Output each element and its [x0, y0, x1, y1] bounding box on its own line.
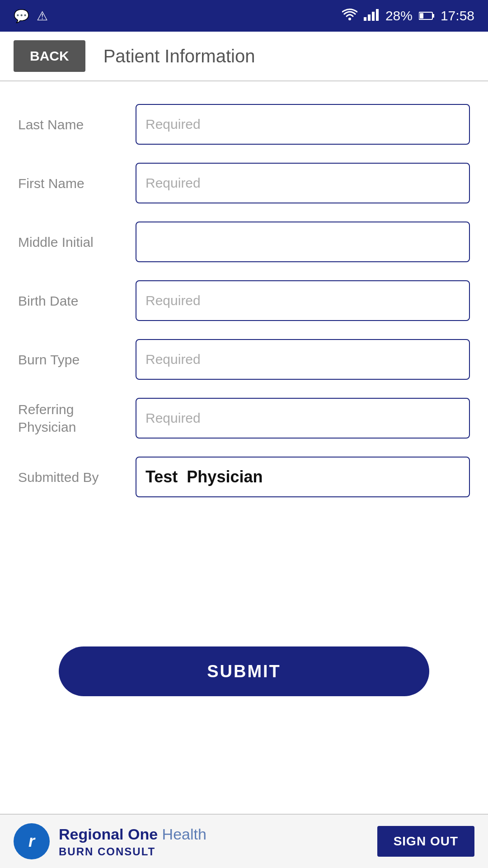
- submit-button[interactable]: SUBMIT: [59, 646, 429, 696]
- footer: r Regional One Health BURN CONSULT SIGN …: [0, 814, 488, 868]
- middle-initial-row: Middle Initial: [18, 212, 470, 271]
- page-title: Patient Information: [103, 46, 255, 66]
- burn-type-label: Burn Type: [18, 351, 122, 368]
- top-bar: BACK Patient Information: [0, 32, 488, 81]
- last-name-row: Last Name: [18, 95, 470, 154]
- footer-logo: r: [14, 823, 50, 859]
- logo-letter: r: [28, 832, 35, 851]
- battery-icon: [419, 8, 434, 24]
- burn-type-row: Burn Type: [18, 330, 470, 389]
- brand-light: Health: [158, 826, 206, 843]
- svg-rect-1: [364, 17, 366, 21]
- svg-point-0: [348, 18, 351, 20]
- brand-bold: Regional One: [59, 826, 158, 843]
- alert-icon: ⚠: [37, 9, 48, 24]
- birth-date-input[interactable]: [136, 280, 470, 321]
- svg-rect-2: [368, 14, 371, 21]
- status-bar-right: 28% 17:58: [342, 8, 474, 24]
- last-name-label: Last Name: [18, 116, 122, 133]
- svg-rect-3: [372, 12, 375, 21]
- spacer: [0, 705, 488, 814]
- middle-initial-input[interactable]: [136, 222, 470, 262]
- burn-type-input[interactable]: [136, 339, 470, 380]
- first-name-row: First Name: [18, 154, 470, 212]
- birth-date-label: Birth Date: [18, 292, 122, 310]
- battery-percentage: 28%: [385, 8, 413, 24]
- first-name-input[interactable]: [136, 163, 470, 203]
- submitted-by-row: Submitted By: [18, 448, 470, 506]
- status-bar-left: 💬 ⚠: [14, 9, 48, 24]
- footer-brand-name: Regional One Health: [59, 824, 206, 844]
- submitted-by-label: Submitted By: [18, 468, 122, 486]
- signal-icon: [364, 8, 379, 24]
- svg-rect-4: [376, 9, 379, 21]
- middle-initial-label: Middle Initial: [18, 233, 122, 251]
- submit-container: SUBMIT: [0, 628, 488, 705]
- wifi-icon: [342, 8, 357, 24]
- referring-physician-row: Referring Physician: [18, 389, 470, 448]
- birth-date-row: Birth Date: [18, 271, 470, 330]
- svg-rect-6: [432, 14, 434, 18]
- time-display: 17:58: [441, 8, 474, 24]
- footer-brand: r Regional One Health BURN CONSULT: [14, 823, 206, 859]
- back-button[interactable]: BACK: [14, 40, 85, 72]
- form-area: Last Name First Name Middle Initial Birt…: [0, 81, 488, 628]
- svg-rect-7: [420, 13, 423, 19]
- first-name-label: First Name: [18, 175, 122, 192]
- referring-physician-input[interactable]: [136, 398, 470, 439]
- last-name-input[interactable]: [136, 104, 470, 145]
- brand-sub: BURN CONSULT: [59, 844, 206, 859]
- whatsapp-icon: 💬: [14, 9, 29, 24]
- referring-physician-label: Referring Physician: [18, 401, 122, 436]
- submitted-by-input[interactable]: [136, 457, 470, 497]
- status-bar: 💬 ⚠ 28%: [0, 0, 488, 32]
- footer-text: Regional One Health BURN CONSULT: [59, 824, 206, 858]
- sign-out-button[interactable]: SIGN OUT: [377, 826, 474, 857]
